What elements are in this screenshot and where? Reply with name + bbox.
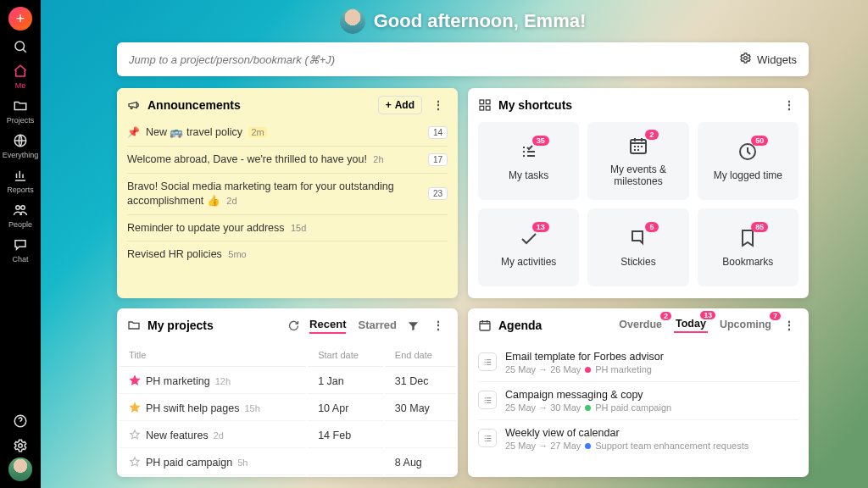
projects-card: My projects Recent Starred ⋮ Title bbox=[117, 308, 458, 477]
svg-rect-13 bbox=[480, 321, 490, 330]
sidebar-item-projects[interactable]: Projects bbox=[2, 93, 39, 128]
svg-point-6 bbox=[744, 57, 748, 60]
sidebar-item-chat[interactable]: Chat bbox=[2, 232, 39, 267]
svg-point-0 bbox=[15, 42, 25, 51]
sidebar-item-label: People bbox=[8, 220, 32, 229]
searchbar[interactable]: Widgets bbox=[117, 42, 809, 76]
sidebar-item-label: Me bbox=[15, 81, 26, 90]
agenda-item[interactable]: Email template for Forbes advisor25 May … bbox=[478, 344, 798, 381]
chat-icon bbox=[12, 236, 29, 253]
shortcut-label: My tasks bbox=[509, 169, 548, 181]
star-icon[interactable] bbox=[129, 402, 141, 413]
more-icon[interactable]: ⋮ bbox=[780, 96, 798, 114]
count-badge: 13 bbox=[532, 222, 549, 232]
announcement-meta: 15d bbox=[291, 223, 306, 233]
announcement-text: Revised HR policies 5mo bbox=[127, 247, 448, 262]
sidebar-item-everything[interactable]: Everything bbox=[2, 128, 39, 163]
sidebar-item-label: Projects bbox=[7, 116, 35, 125]
shortcut-label: My events & milestones bbox=[587, 164, 688, 187]
sidebar-item-label: Everything bbox=[3, 151, 39, 159]
count-badge: 35 bbox=[532, 136, 549, 146]
agenda-title: Agenda bbox=[498, 319, 542, 332]
agenda-item[interactable]: Campaign messaging & copy25 May → 30 May… bbox=[478, 381, 798, 419]
widgets-button[interactable]: Widgets bbox=[739, 52, 797, 67]
refresh-icon[interactable] bbox=[284, 316, 303, 335]
user-avatar[interactable] bbox=[8, 458, 32, 481]
project-row[interactable]: PH marketing12h1 Jan31 Dec bbox=[119, 369, 456, 394]
agenda-tab-upcoming[interactable]: Upcoming7 bbox=[718, 319, 773, 332]
task-icon bbox=[478, 352, 497, 371]
shortcut-stickies[interactable]: 5Stickies bbox=[587, 208, 688, 286]
shortcut-my-events-milestones[interactable]: 2My events & milestones bbox=[587, 122, 688, 200]
agenda-item-title: Campaign messaging & copy bbox=[505, 389, 671, 401]
folder-icon bbox=[127, 319, 141, 332]
count-badge: 7 bbox=[770, 312, 781, 320]
announcement-meta: 2m bbox=[248, 127, 266, 137]
shortcut-my-tasks[interactable]: 35My tasks bbox=[478, 122, 579, 200]
agenda-item-title: Email template for Forbes advisor bbox=[505, 351, 664, 363]
agenda-tab-today[interactable]: Today13 bbox=[674, 318, 708, 333]
shortcut-my-logged-time[interactable]: 50My logged time bbox=[698, 122, 798, 200]
count-badge: 50 bbox=[751, 136, 768, 146]
project-row[interactable]: PH swift help pages15h10 Apr30 May bbox=[119, 396, 456, 421]
add-button[interactable]: + bbox=[8, 7, 32, 30]
announcements-card: Announcements +Add ⋮ 📌New 🚌 travel polic… bbox=[117, 88, 458, 298]
agenda-item-sub: 25 May → 26 May PH marketing bbox=[505, 364, 664, 374]
announcement-item[interactable]: Reminder to update your address 15d bbox=[127, 214, 448, 241]
help-icon bbox=[12, 413, 29, 430]
announcement-item[interactable]: Welcome abroad, Dave - we're thrilled to… bbox=[127, 146, 448, 173]
search-input[interactable] bbox=[129, 53, 739, 66]
count-badge: 5 bbox=[645, 222, 659, 232]
task-icon bbox=[478, 391, 497, 409]
sidebar-settings[interactable] bbox=[2, 433, 39, 458]
agenda-card: Agenda Overdue2Today13Upcoming7 ⋮ Email … bbox=[468, 308, 809, 477]
announcement-text: New 🚌 travel policy 2m bbox=[146, 125, 422, 140]
sidebar-item-me[interactable]: Me bbox=[2, 58, 39, 93]
tab-starred[interactable]: Starred bbox=[358, 319, 397, 333]
shortcut-my-activities[interactable]: 13My activities bbox=[478, 208, 579, 286]
agenda-tab-overdue[interactable]: Overdue2 bbox=[617, 319, 664, 332]
project-row[interactable]: New features2d14 Feb bbox=[119, 423, 456, 448]
star-icon[interactable] bbox=[129, 374, 141, 386]
greeting: Good afternoon, Emma! bbox=[117, 8, 809, 34]
tab-recent[interactable]: Recent bbox=[309, 318, 346, 334]
shortcut-icon: 35 bbox=[518, 141, 540, 164]
shortcut-bookmarks[interactable]: 85Bookmarks bbox=[698, 208, 798, 286]
filter-icon[interactable] bbox=[403, 316, 422, 335]
sidebar-item-people[interactable]: People bbox=[2, 197, 39, 232]
shortcut-icon: 2 bbox=[627, 136, 649, 158]
shortcut-icon: 50 bbox=[737, 141, 759, 164]
announcement-text: Reminder to update your address 15d bbox=[127, 221, 448, 236]
star-icon[interactable] bbox=[129, 456, 141, 468]
project-row[interactable]: PH paid campaign5h8 Aug bbox=[119, 450, 456, 475]
sidebar-help[interactable] bbox=[2, 408, 39, 433]
add-announcement-button[interactable]: +Add bbox=[378, 96, 422, 114]
home-icon bbox=[12, 63, 29, 80]
plus-icon: + bbox=[386, 99, 392, 111]
count-badge: 2 bbox=[645, 130, 659, 140]
shortcut-icon: 5 bbox=[627, 228, 649, 250]
project-age: 15h bbox=[244, 403, 259, 413]
count-badge: 13 bbox=[700, 311, 715, 319]
sidebar-search[interactable] bbox=[2, 34, 39, 58]
greeting-text: Good afternoon, Emma! bbox=[374, 10, 587, 32]
greeting-avatar bbox=[340, 8, 365, 34]
more-icon[interactable]: ⋮ bbox=[780, 316, 798, 335]
star-icon[interactable] bbox=[129, 429, 141, 441]
globe-icon bbox=[12, 132, 29, 149]
announcement-text: Welcome abroad, Dave - we're thrilled to… bbox=[127, 152, 422, 167]
count-badge: 23 bbox=[428, 187, 448, 200]
more-icon[interactable]: ⋮ bbox=[429, 96, 448, 114]
announcement-item[interactable]: Revised HR policies 5mo bbox=[127, 241, 448, 268]
announcement-meta: 5mo bbox=[228, 249, 246, 259]
project-age: 5h bbox=[237, 458, 248, 468]
more-icon[interactable]: ⋮ bbox=[429, 316, 448, 335]
project-dot bbox=[585, 443, 591, 449]
shortcut-label: My activities bbox=[501, 256, 556, 268]
announcement-item[interactable]: Bravo! Social media marketing team for y… bbox=[127, 173, 448, 214]
agenda-item[interactable]: Weekly view of calendar25 May → 27 May S… bbox=[478, 419, 798, 458]
shortcut-label: My logged time bbox=[714, 169, 782, 181]
sidebar-item-reports[interactable]: Reports bbox=[2, 163, 39, 197]
col-start: Start date bbox=[308, 344, 383, 367]
announcement-item[interactable]: 📌New 🚌 travel policy 2m14 bbox=[127, 119, 448, 146]
